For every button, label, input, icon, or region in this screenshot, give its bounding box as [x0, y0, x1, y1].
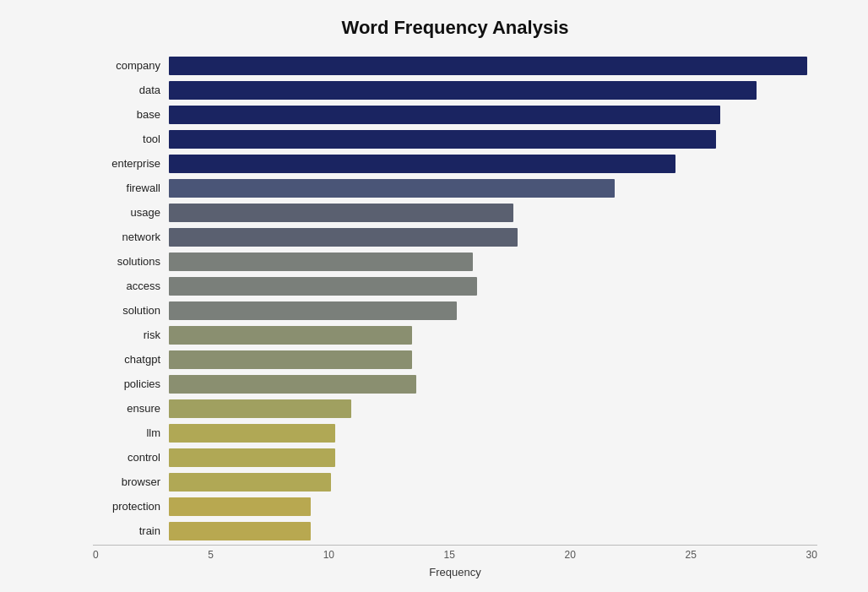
bar-label: llm — [93, 426, 169, 439]
x-tick-label: 0 — [93, 549, 99, 561]
x-tick-label: 20 — [565, 549, 576, 561]
bar-track — [169, 424, 817, 443]
x-axis-title: Frequency — [93, 566, 817, 578]
bar-track — [169, 375, 817, 394]
bar-label: solutions — [93, 255, 169, 268]
bar-fill — [169, 522, 311, 540]
table-row: risk — [93, 323, 817, 346]
bar-label: policies — [93, 377, 169, 390]
bar-label: protection — [93, 500, 169, 513]
table-row: access — [93, 274, 817, 297]
x-axis-labels: 051015202530 — [93, 549, 817, 561]
bar-fill — [169, 277, 477, 296]
bar-label: tool — [93, 133, 169, 145]
bar-label: risk — [93, 329, 169, 341]
bar-track — [169, 179, 817, 198]
table-row: enterprise — [93, 152, 817, 175]
bar-track — [169, 253, 817, 271]
bar-track — [169, 155, 817, 173]
bar-label: train — [93, 524, 169, 537]
table-row: solution — [93, 299, 817, 322]
bar-label: enterprise — [93, 157, 169, 170]
table-row: ensure — [93, 397, 817, 420]
bar-track — [169, 522, 817, 540]
bar-fill — [169, 155, 675, 173]
table-row: browser — [93, 470, 817, 493]
table-row: usage — [93, 201, 817, 224]
bar-fill — [169, 497, 311, 516]
bar-fill — [169, 326, 412, 345]
x-tick-label: 5 — [208, 549, 214, 561]
table-row: train — [93, 519, 817, 542]
bar-label: usage — [93, 206, 169, 219]
table-row: data — [93, 79, 817, 101]
bar-fill — [169, 106, 720, 124]
bar-fill — [169, 253, 473, 271]
bar-fill — [169, 130, 716, 149]
chart-title: Word Frequency Analysis — [93, 17, 817, 39]
bar-fill — [169, 375, 416, 394]
bar-fill — [169, 448, 335, 467]
table-row: chatgpt — [93, 348, 817, 371]
bar-track — [169, 301, 817, 320]
bar-track — [169, 228, 817, 247]
table-row: solutions — [93, 250, 817, 273]
bar-track — [169, 81, 817, 100]
bar-track — [169, 204, 817, 222]
table-row: tool — [93, 128, 817, 150]
bar-label: chatgpt — [93, 353, 169, 366]
bar-track — [169, 106, 817, 124]
bar-label: firewall — [93, 182, 169, 194]
bar-label: control — [93, 451, 169, 464]
x-tick-label: 15 — [444, 549, 455, 561]
table-row: base — [93, 103, 817, 126]
bar-fill — [169, 424, 335, 443]
bar-fill — [169, 81, 757, 100]
bar-fill — [169, 350, 412, 369]
x-tick-label: 30 — [806, 549, 817, 561]
bar-track — [169, 399, 817, 418]
chart-container: Word Frequency Analysis companydatabaset… — [0, 0, 868, 592]
x-axis: 051015202530 Frequency — [93, 545, 817, 578]
bar-track — [169, 350, 817, 369]
table-row: company — [93, 54, 817, 77]
bar-label: company — [93, 59, 169, 72]
x-tick-label: 10 — [323, 549, 334, 561]
table-row: firewall — [93, 177, 817, 199]
table-row: protection — [93, 495, 817, 518]
bars-area: companydatabasetoolenterprisefirewallusa… — [93, 54, 817, 543]
bar-track — [169, 497, 817, 516]
bar-label: data — [93, 84, 169, 96]
bar-label: access — [93, 280, 169, 292]
bar-fill — [169, 301, 457, 320]
bar-fill — [169, 399, 351, 418]
bar-fill — [169, 57, 807, 75]
bar-track — [169, 448, 817, 467]
bar-label: browser — [93, 475, 169, 488]
bar-track — [169, 130, 817, 149]
bar-label: network — [93, 231, 169, 243]
bar-track — [169, 326, 817, 345]
table-row: llm — [93, 421, 817, 444]
bar-fill — [169, 204, 513, 222]
table-row: control — [93, 446, 817, 469]
bar-fill — [169, 179, 615, 198]
bar-label: base — [93, 108, 169, 121]
bar-fill — [169, 473, 331, 492]
bar-fill — [169, 228, 518, 247]
bar-track — [169, 57, 817, 75]
bar-label: ensure — [93, 402, 169, 415]
bar-track — [169, 473, 817, 492]
bar-label: solution — [93, 304, 169, 317]
x-tick-label: 25 — [686, 549, 697, 561]
table-row: policies — [93, 372, 817, 395]
bar-track — [169, 277, 817, 296]
table-row: network — [93, 225, 817, 248]
